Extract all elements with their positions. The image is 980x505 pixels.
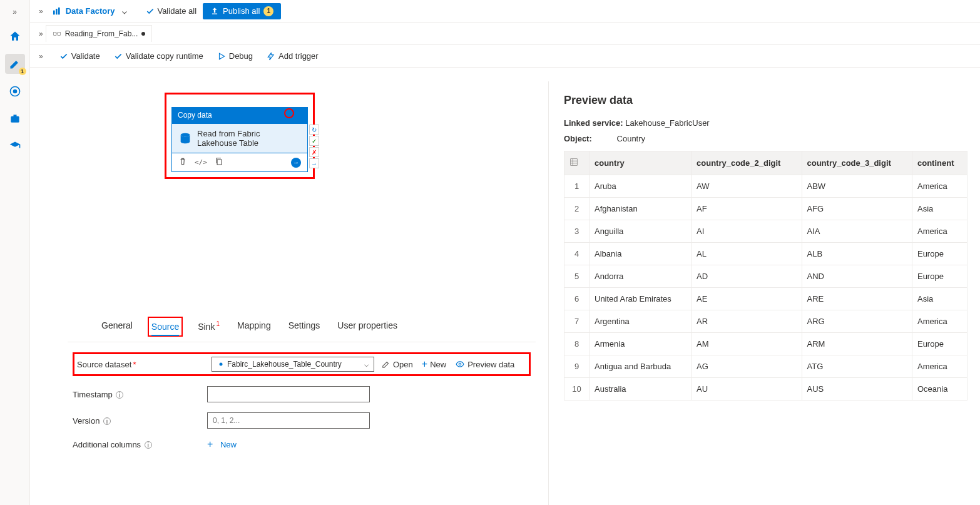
success-out-icon[interactable]: ✓ bbox=[309, 136, 319, 146]
activity-name: Read from Fabric Lakehouse Table bbox=[197, 129, 301, 148]
linked-service-meta: Linked service: Lakehouse_FabricUser bbox=[564, 118, 967, 128]
home-icon[interactable] bbox=[5, 26, 25, 46]
table-cell: America bbox=[912, 175, 967, 198]
svg-rect-5 bbox=[56, 9, 58, 14]
copy-activity[interactable]: Copy data Read from Fabric Lakehouse Tab… bbox=[171, 107, 308, 172]
code-icon[interactable]: </> bbox=[195, 158, 207, 166]
main-area: » Data Factory ⌵ Validate all Publish al… bbox=[30, 0, 980, 505]
row-number: 7 bbox=[564, 310, 590, 333]
row-number: 3 bbox=[564, 220, 590, 243]
row-number: 6 bbox=[564, 288, 590, 310]
tabs-expand-icon[interactable]: » bbox=[36, 27, 46, 41]
clone-icon[interactable] bbox=[215, 157, 223, 168]
collapse-icon[interactable]: » bbox=[36, 4, 46, 18]
author-icon[interactable]: 1 bbox=[5, 54, 25, 74]
table-cell: Oceania bbox=[912, 378, 967, 400]
monitor-icon[interactable] bbox=[5, 81, 25, 101]
nav-sidebar: » 1 bbox=[0, 0, 30, 505]
table-cell: AW bbox=[692, 175, 802, 198]
row-number: 8 bbox=[564, 333, 590, 355]
copy-activity-highlight: Copy data Read from Fabric Lakehouse Tab… bbox=[165, 93, 315, 179]
expand-sidebar-icon[interactable]: » bbox=[10, 5, 19, 19]
new-dataset-button[interactable]: +New bbox=[422, 359, 446, 370]
timestamp-input[interactable] bbox=[207, 386, 370, 402]
manage-icon[interactable] bbox=[5, 109, 25, 129]
pipeline-tab[interactable]: Reading_From_Fab... bbox=[46, 25, 153, 42]
table-cell: Australia bbox=[590, 378, 692, 400]
table-header[interactable]: country_code_3_digit bbox=[802, 151, 912, 175]
unsaved-dot-icon bbox=[141, 32, 145, 36]
validate-copy-runtime-button[interactable]: Validate copy runtime bbox=[114, 51, 203, 61]
table-cell: Anguilla bbox=[590, 220, 692, 243]
table-row: 8ArmeniaAMARMEurope bbox=[564, 333, 967, 355]
service-selector[interactable]: Data Factory ⌵ bbox=[52, 6, 128, 16]
learn-icon[interactable] bbox=[5, 136, 25, 156]
tab-sink[interactable]: Sink1 bbox=[195, 317, 222, 337]
delete-icon[interactable] bbox=[178, 157, 187, 168]
table-cell: AI bbox=[692, 220, 802, 243]
table-cell: AFG bbox=[802, 198, 912, 220]
table-row: 6United Arab EmiratesAEAREAsia bbox=[564, 288, 967, 310]
table-cell: AUS bbox=[802, 378, 912, 400]
tab-user-properties[interactable]: User properties bbox=[335, 317, 400, 337]
validate-all-button[interactable]: Validate all bbox=[146, 6, 197, 16]
validation-error-icon bbox=[284, 108, 294, 118]
tab-settings[interactable]: Settings bbox=[286, 317, 323, 337]
table-row: 2AfghanistanAFAFGAsia bbox=[564, 198, 967, 220]
table-cell: Asia bbox=[912, 288, 967, 310]
debug-button[interactable]: Debug bbox=[217, 51, 253, 61]
info-icon[interactable]: i bbox=[103, 417, 111, 425]
skip-out-icon[interactable]: → bbox=[309, 158, 319, 168]
dataset-actions: Open +New Preview data bbox=[382, 359, 514, 370]
chevron-down-icon: ⌵ bbox=[122, 6, 127, 16]
table-cell: AM bbox=[692, 333, 802, 355]
table-cell: Europe bbox=[912, 265, 967, 288]
refresh-out-icon[interactable]: ↻ bbox=[309, 125, 319, 135]
add-trigger-button[interactable]: Add trigger bbox=[267, 51, 319, 61]
table-cell: ARE bbox=[802, 288, 912, 310]
arrow-icon[interactable]: → bbox=[291, 158, 301, 168]
svg-rect-7 bbox=[53, 33, 56, 36]
source-dataset-select[interactable]: Fabirc_Lakehouse_Table_Country ⌵ bbox=[212, 357, 374, 372]
source-dataset-row: Source dataset* Fabirc_Lakehouse_Table_C… bbox=[73, 352, 531, 376]
object-meta: Object: Country bbox=[564, 134, 967, 143]
preview-table: countrycountry_code_2_digitcountry_code_… bbox=[564, 151, 967, 400]
table-cell: America bbox=[912, 355, 967, 378]
table-header[interactable]: continent bbox=[912, 151, 967, 175]
table-cell: America bbox=[912, 310, 967, 333]
tab-source[interactable]: Source bbox=[148, 317, 183, 337]
tab-general[interactable]: General bbox=[99, 317, 135, 337]
table-cell: AND bbox=[802, 265, 912, 288]
timestamp-label: Timestamp i bbox=[73, 390, 207, 399]
table-cell: ALB bbox=[802, 243, 912, 265]
activity-body: Read from Fabric Lakehouse Table bbox=[171, 123, 308, 153]
version-input[interactable] bbox=[207, 412, 370, 429]
table-row: 1ArubaAWABWAmerica bbox=[564, 175, 967, 198]
svg-rect-14 bbox=[571, 159, 578, 166]
svg-rect-4 bbox=[53, 10, 55, 14]
publish-all-button[interactable]: Publish all 1 bbox=[203, 3, 281, 19]
preview-data-button[interactable]: Preview data bbox=[455, 359, 514, 370]
row-number: 10 bbox=[564, 378, 590, 400]
fail-out-icon[interactable]: ✗ bbox=[309, 147, 319, 157]
service-name: Data Factory bbox=[66, 6, 115, 16]
info-icon[interactable]: i bbox=[116, 391, 123, 399]
author-badge: 1 bbox=[19, 68, 26, 75]
pipeline-toolbar: » Validate Validate copy runtime Debug A… bbox=[30, 45, 980, 68]
add-column-button[interactable]: + New bbox=[207, 439, 237, 450]
svg-rect-11 bbox=[217, 160, 222, 165]
table-row: 10AustraliaAUAUSOceania bbox=[564, 378, 967, 400]
source-dataset-label: Source dataset* bbox=[77, 360, 212, 369]
topbar: » Data Factory ⌵ Validate all Publish al… bbox=[30, 0, 980, 23]
table-row: 3AnguillaAIAIAAmerica bbox=[564, 220, 967, 243]
validate-button[interactable]: Validate bbox=[59, 51, 100, 61]
activity-footer: </> → bbox=[171, 153, 308, 172]
table-header[interactable]: country bbox=[590, 151, 692, 175]
open-dataset-button[interactable]: Open bbox=[382, 359, 413, 370]
properties-panel: General Source Sink1 Mapping Settings Us… bbox=[68, 312, 536, 505]
info-icon[interactable]: i bbox=[145, 441, 152, 449]
svg-rect-8 bbox=[58, 33, 60, 36]
table-header[interactable]: country_code_2_digit bbox=[692, 151, 802, 175]
tab-mapping[interactable]: Mapping bbox=[235, 317, 273, 337]
toolbar-expand-icon[interactable]: » bbox=[36, 49, 46, 63]
